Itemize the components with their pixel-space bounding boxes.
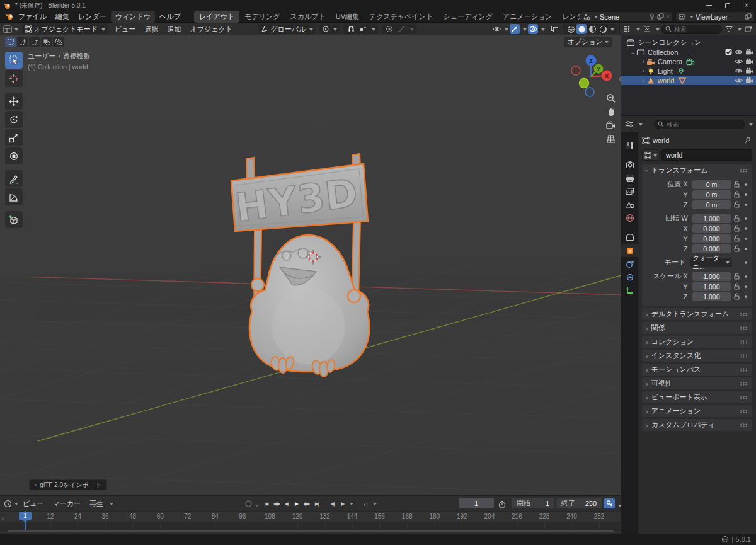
proportional-group[interactable] [382, 24, 416, 34]
expander-icon[interactable]: › [640, 67, 646, 74]
transform-panel-header[interactable]: › トランスフォーム [642, 164, 752, 176]
panel-grip[interactable] [740, 169, 748, 173]
camera-view-icon[interactable] [606, 121, 616, 130]
frame-back-button[interactable]: ◀| [328, 498, 337, 509]
jump-end-button[interactable]: ▶| [312, 498, 321, 509]
workspace-tab-1[interactable]: モデリング [239, 11, 285, 23]
properties-tab-world[interactable] [621, 211, 638, 224]
menu-3[interactable]: ウィンドウ [111, 11, 155, 23]
auto-keyframe-icon[interactable]: ∩ [361, 498, 370, 509]
viewport-menu-1[interactable]: 選択 [140, 23, 163, 35]
lock-icon[interactable] [731, 283, 742, 290]
workspace-tab-4[interactable]: テクスチャペイント [364, 11, 438, 23]
animate-dot-icon[interactable] [742, 238, 750, 240]
properties-editor-icon[interactable] [624, 119, 634, 129]
timeline-expand-icon[interactable]: › [2, 515, 4, 522]
maximize-button[interactable] [718, 0, 737, 11]
new-viewlayer-icon[interactable] [745, 13, 752, 20]
shading-wireframe-icon[interactable] [566, 24, 576, 34]
value-field[interactable]: 1.000 [692, 292, 731, 301]
checkbox-icon[interactable] [725, 49, 732, 55]
timeline-track[interactable] [0, 522, 621, 531]
expander-icon[interactable]: ⌄ [630, 49, 636, 55]
outliner-editor-icon[interactable] [622, 24, 633, 34]
toggle-ortho-icon[interactable] [606, 134, 616, 144]
animate-dot-icon[interactable] [742, 193, 750, 196]
timeline-menu-0[interactable]: ビュー [18, 498, 49, 510]
timeline-scrollbar[interactable] [8, 530, 614, 532]
menu-4[interactable]: ヘルプ [155, 11, 185, 23]
blender-menu-icon[interactable] [5, 13, 14, 20]
value-field[interactable]: 0.000 [692, 244, 731, 253]
shading-material-icon[interactable] [587, 24, 597, 34]
eye-toggle-icon[interactable] [735, 67, 743, 74]
lock-icon[interactable] [731, 191, 742, 198]
timeline-menu-2[interactable]: 再生 [85, 498, 108, 510]
viewport-menu-0[interactable]: ビュー [110, 23, 140, 35]
shading-solid-icon[interactable] [576, 24, 587, 34]
orientation-selector[interactable]: グローバル [258, 24, 316, 34]
properties-tab-render[interactable] [621, 158, 638, 171]
panel-6[interactable]: ›ビューポート表示 [642, 391, 752, 403]
auto-key-icon[interactable] [243, 498, 253, 508]
panel-grip[interactable] [740, 410, 748, 413]
shading-rendered-icon[interactable] [598, 24, 608, 34]
playhead-frame-tag[interactable]: 1 [19, 512, 32, 520]
eye-toggle-icon[interactable] [735, 77, 743, 84]
expander-icon[interactable]: › [640, 58, 646, 65]
overlays-icon[interactable] [528, 24, 538, 34]
frame-end-field[interactable]: 終了250 [556, 498, 602, 508]
workspace-tab-6[interactable]: アニメーション [498, 11, 558, 23]
workspace-tab-3[interactable]: UV編集 [331, 11, 364, 23]
tool-move-icon[interactable] [5, 93, 23, 110]
timeline[interactable]: ビューマーカー再生 |◀◀◆◀▶◆▶▶|◀||▶∩ 1 開始1 終了250 12… [0, 495, 621, 534]
snap-magnet-icon[interactable] [346, 24, 356, 34]
snap-group[interactable] [343, 24, 378, 34]
keying-set-icon[interactable] [604, 498, 615, 508]
panel-3[interactable]: ›インスタンス化 [642, 350, 752, 362]
panel-grip[interactable] [740, 340, 748, 344]
tool-scale-icon[interactable] [5, 129, 23, 146]
panel-4[interactable]: ›モーションパス [642, 364, 752, 376]
animate-dot-icon[interactable] [742, 227, 750, 230]
panel-1[interactable]: ›関係 [642, 322, 752, 334]
viewport-menu-3[interactable]: オブジェクト [186, 23, 238, 35]
outliner-search-input[interactable] [674, 26, 718, 33]
eye-toggle-icon[interactable] [735, 49, 743, 55]
value-field[interactable]: 1.000 [692, 214, 731, 223]
outliner-row-Collection[interactable]: ⌄ Collection [621, 47, 756, 57]
value-field[interactable]: 0.000 [692, 224, 731, 233]
properties-tab-physics[interactable] [621, 257, 638, 270]
tool-rotate-icon[interactable] [5, 111, 23, 128]
value-field[interactable]: 0 m [692, 190, 731, 199]
current-frame-field[interactable]: 1 [459, 498, 494, 508]
panel-grip[interactable] [740, 396, 748, 399]
camera-toggle-icon[interactable] [745, 49, 753, 55]
mode-selector[interactable]: オブジェクトモード [22, 24, 108, 34]
timeline-editor-icon[interactable] [3, 498, 13, 508]
properties-tab-constraints[interactable] [621, 270, 638, 284]
panel-2[interactable]: ›コレクション [642, 336, 752, 348]
animate-dot-icon[interactable] [742, 204, 750, 206]
panel-grip[interactable] [740, 368, 748, 372]
lock-icon[interactable] [731, 273, 742, 280]
animate-dot-icon[interactable] [742, 183, 750, 186]
frame-start-field[interactable]: 開始1 [512, 498, 554, 508]
play-reverse-button[interactable]: ◀ [282, 498, 291, 509]
new-collection-icon[interactable] [743, 24, 753, 34]
value-field[interactable]: 1.000 [692, 272, 731, 281]
properties-tab-view-layer[interactable] [621, 185, 638, 198]
eye-toggle-icon[interactable] [735, 58, 743, 65]
properties-search-input[interactable] [667, 121, 711, 128]
viewlayer-selector[interactable]: ViewLayer [675, 11, 755, 22]
jump-start-button[interactable]: |◀ [261, 498, 271, 509]
properties-tab-object[interactable] [621, 244, 638, 257]
falloff-curve-icon[interactable] [396, 24, 406, 34]
operator-panel[interactable]: ›glTF 2.0をインポート [29, 479, 107, 490]
lock-icon[interactable] [731, 215, 742, 222]
workspace-tab-0[interactable]: レイアウト [194, 11, 239, 23]
lock-icon[interactable] [731, 225, 742, 232]
panel-grip[interactable] [740, 354, 748, 358]
zoom-icon[interactable] [606, 93, 616, 103]
minimize-button[interactable] [699, 0, 718, 11]
